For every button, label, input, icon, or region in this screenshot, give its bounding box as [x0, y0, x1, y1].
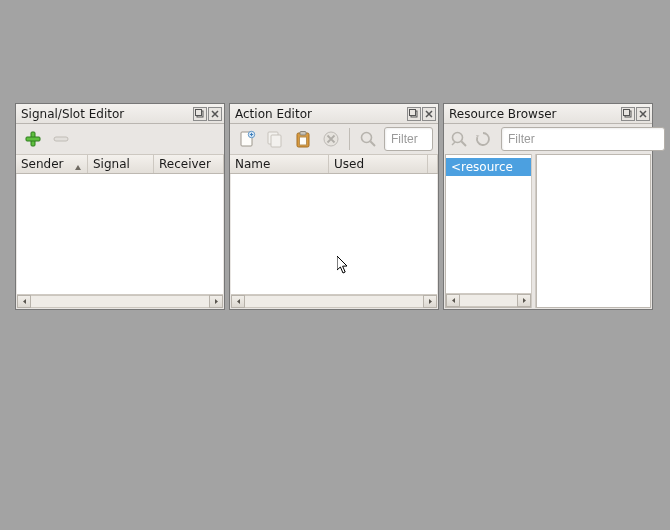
scroll-left-icon[interactable] — [17, 295, 31, 308]
table-body[interactable] — [231, 174, 437, 294]
scroll-right-icon[interactable] — [423, 295, 437, 308]
svg-rect-4 — [54, 137, 68, 141]
svg-point-18 — [453, 133, 463, 143]
svg-rect-17 — [624, 109, 630, 115]
float-icon[interactable] — [407, 107, 421, 121]
signal-slot-editor-panel: Signal/Slot Editor Sender S — [15, 103, 225, 310]
table-header: Sender Signal Receiver — [16, 154, 224, 174]
filter-input[interactable] — [501, 127, 665, 151]
copy-icon[interactable] — [263, 127, 287, 151]
svg-rect-6 — [410, 109, 416, 115]
action-editor-panel: Action Editor — [229, 103, 439, 310]
resource-root-item[interactable]: <resource — [446, 158, 531, 176]
scroll-track[interactable] — [460, 294, 517, 307]
toolbar-separator — [349, 128, 350, 150]
panel-title: Signal/Slot Editor — [21, 107, 192, 121]
svg-rect-3 — [26, 137, 40, 141]
zoom-icon[interactable] — [356, 127, 380, 151]
close-icon[interactable] — [422, 107, 436, 121]
svg-rect-10 — [271, 135, 281, 147]
remove-icon[interactable] — [49, 127, 73, 151]
svg-rect-12 — [300, 132, 306, 136]
panel-title: Action Editor — [235, 107, 406, 121]
float-icon[interactable] — [193, 107, 207, 121]
svg-rect-1 — [196, 109, 202, 115]
column-sender[interactable]: Sender — [16, 155, 88, 173]
scroll-track[interactable] — [31, 295, 209, 308]
scroll-right-icon[interactable] — [209, 295, 223, 308]
column-signal[interactable]: Signal — [88, 155, 154, 173]
sort-asc-icon — [74, 161, 82, 175]
new-action-icon[interactable] — [235, 127, 259, 151]
column-name[interactable]: Name — [230, 155, 329, 173]
scroll-left-icon[interactable] — [231, 295, 245, 308]
svg-point-15 — [362, 133, 372, 143]
resource-browser-panel: Resource Browser <resource — [443, 103, 653, 310]
toolbar — [444, 124, 652, 154]
close-icon[interactable] — [636, 107, 650, 121]
horizontal-scrollbar[interactable] — [17, 294, 223, 308]
resource-tree[interactable]: <resource — [445, 154, 531, 308]
paste-icon[interactable] — [291, 127, 315, 151]
close-icon[interactable] — [208, 107, 222, 121]
filter-input[interactable] — [384, 127, 433, 151]
column-used[interactable]: Used — [329, 155, 428, 173]
column-resizer[interactable] — [428, 155, 438, 173]
scroll-left-icon[interactable] — [446, 294, 460, 307]
mouse-cursor-icon — [337, 256, 351, 279]
table-body[interactable] — [17, 174, 223, 294]
reload-icon[interactable] — [473, 127, 493, 151]
scroll-track[interactable] — [245, 295, 423, 308]
titlebar[interactable]: Resource Browser — [444, 104, 652, 124]
delete-icon[interactable] — [319, 127, 343, 151]
toolbar — [230, 124, 438, 154]
panel-title: Resource Browser — [449, 107, 620, 121]
float-icon[interactable] — [621, 107, 635, 121]
titlebar[interactable]: Action Editor — [230, 104, 438, 124]
scroll-right-icon[interactable] — [517, 294, 531, 307]
resource-preview[interactable] — [536, 154, 651, 308]
edit-resources-icon[interactable] — [449, 127, 469, 151]
titlebar[interactable]: Signal/Slot Editor — [16, 104, 224, 124]
table-header: Name Used — [230, 154, 438, 174]
svg-rect-13 — [300, 137, 307, 145]
add-icon[interactable] — [21, 127, 45, 151]
toolbar — [16, 124, 224, 154]
horizontal-scrollbar[interactable] — [231, 294, 437, 308]
column-receiver[interactable]: Receiver — [154, 155, 224, 173]
horizontal-scrollbar[interactable] — [446, 293, 531, 307]
